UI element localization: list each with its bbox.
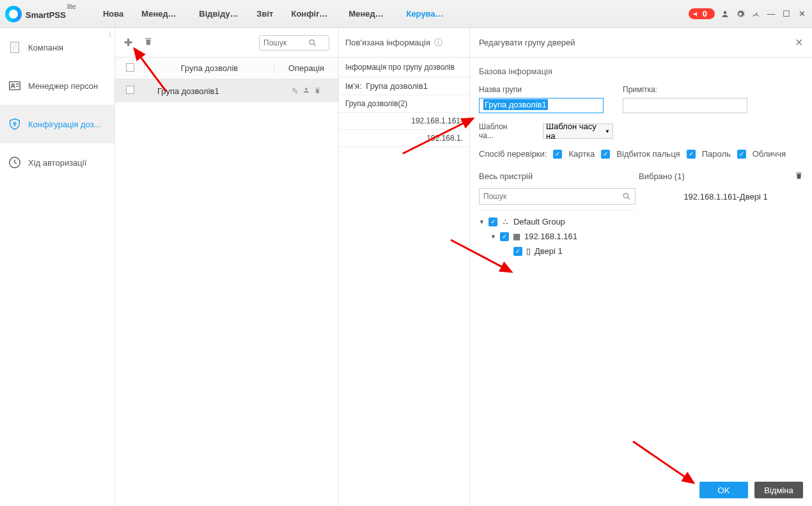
device-search[interactable] — [479, 188, 636, 205]
tab-control[interactable]: Керуванн... — [397, 0, 455, 28]
titlebar: SmartPSSlite Нова Менедже... Відвідува..… — [0, 0, 812, 28]
permission-list-panel: ✚ Група дозволів Операція Група дозволів… — [115, 28, 339, 506]
tab-config[interactable]: Конфігур... — [282, 0, 340, 28]
device-tree: ▼✓⛬Default Group ▼✓▦192.168.1.161 ✓▯Двер… — [479, 210, 636, 258]
clock-icon — [8, 155, 22, 170]
group-count[interactable]: Група дозволів(2) — [339, 95, 469, 113]
ok-button[interactable]: OK — [699, 482, 748, 498]
svg-point-6 — [309, 40, 314, 44]
help-icon[interactable]: ⓘ — [434, 37, 442, 49]
svg-point-0 — [724, 11, 727, 14]
window-controls: 0 — ☐ ✕ — [689, 8, 807, 19]
minimize-icon[interactable]: — — [766, 9, 776, 19]
table-header: Група дозволів Операція — [115, 58, 338, 79]
cancel-button[interactable]: Відміна — [754, 482, 803, 498]
related-info-panel: Пов'язана інформаціяⓘ Інформація про гру… — [339, 28, 470, 506]
door-icon: ▯ — [526, 246, 531, 256]
search-box[interactable] — [259, 35, 329, 51]
edit-icon[interactable]: ✎ — [292, 86, 299, 96]
note-input[interactable] — [623, 98, 747, 113]
search-icon — [622, 192, 631, 201]
sidebar-item-company[interactable]: Компанія — [0, 28, 114, 67]
tabs: Нова Менедже... Відвідува... Звіт Конфіг… — [94, 0, 455, 28]
user-icon[interactable] — [302, 86, 310, 96]
tab-manage1[interactable]: Менедже... — [132, 0, 190, 28]
org-icon: ⛬ — [501, 217, 510, 226]
sidebar: 〈 Компанія Менеджер персон Конфігурація … — [0, 28, 115, 506]
svg-rect-1 — [11, 42, 19, 53]
app-logo — [5, 6, 22, 22]
person-card-icon — [8, 79, 22, 93]
edit-group-panel: Редагувати групу дверей✕ Базова інформац… — [470, 28, 812, 506]
delete-button[interactable] — [144, 37, 153, 49]
info-item[interactable]: 192.168.1.161- — [339, 113, 469, 130]
sidebar-item-auth[interactable]: Хід авторизації — [0, 143, 114, 182]
svg-point-7 — [305, 88, 308, 90]
svg-rect-2 — [10, 82, 20, 90]
search-icon — [308, 38, 317, 47]
info-item[interactable]: 192.168.1. — [339, 130, 469, 147]
tree-device[interactable]: ▼✓▦192.168.1.161 — [479, 229, 636, 244]
trash-icon[interactable] — [314, 86, 321, 96]
clear-selected-icon[interactable] — [795, 171, 803, 182]
select-all-checkbox[interactable] — [126, 63, 134, 72]
tab-new[interactable]: Нова — [94, 0, 132, 28]
user-icon[interactable] — [720, 9, 730, 19]
tab-manage2[interactable]: Менедже... — [340, 0, 397, 28]
add-button[interactable]: ✚ — [124, 36, 132, 49]
speed-icon[interactable] — [751, 9, 761, 19]
tab-visit[interactable]: Відвідува... — [190, 0, 247, 28]
search-input[interactable] — [263, 38, 308, 47]
svg-point-4 — [13, 122, 16, 125]
tree-root[interactable]: ▼✓⛬Default Group — [479, 214, 636, 229]
alarm-badge[interactable]: 0 — [689, 8, 715, 19]
selected-item[interactable]: 192.168.1.161-Двері 1 — [648, 188, 803, 205]
sidebar-item-person[interactable]: Менеджер персон — [0, 67, 114, 105]
svg-point-8 — [623, 193, 628, 198]
building-icon — [8, 40, 22, 54]
tree-door[interactable]: ✓▯Двері 1 — [479, 244, 636, 258]
cb-finger[interactable]: ✓ — [601, 150, 610, 159]
device-icon: ▦ — [513, 232, 520, 241]
cb-card[interactable]: ✓ — [553, 150, 562, 159]
tab-report[interactable]: Звіт — [247, 0, 282, 28]
cb-pass[interactable]: ✓ — [687, 150, 696, 159]
template-select[interactable]: Шаблон часу на▼ — [543, 123, 613, 139]
maximize-icon[interactable]: ☐ — [781, 9, 792, 19]
sidebar-item-permission[interactable]: Конфігурація доз... — [0, 105, 114, 143]
close-panel-icon[interactable]: ✕ — [795, 36, 803, 49]
device-search-input[interactable] — [483, 192, 622, 201]
shield-icon — [8, 117, 22, 131]
row-checkbox[interactable] — [126, 86, 134, 94]
close-icon[interactable]: ✕ — [797, 9, 807, 19]
table-row[interactable]: Група дозволів1 ✎ — [115, 79, 338, 102]
sidebar-collapse[interactable]: 〈 — [102, 28, 114, 41]
gear-icon[interactable] — [735, 9, 746, 19]
cb-face[interactable]: ✓ — [737, 150, 746, 159]
brand: SmartPSSlite — [26, 7, 75, 21]
group-name-input[interactable]: Група дозволів1 — [479, 98, 604, 113]
